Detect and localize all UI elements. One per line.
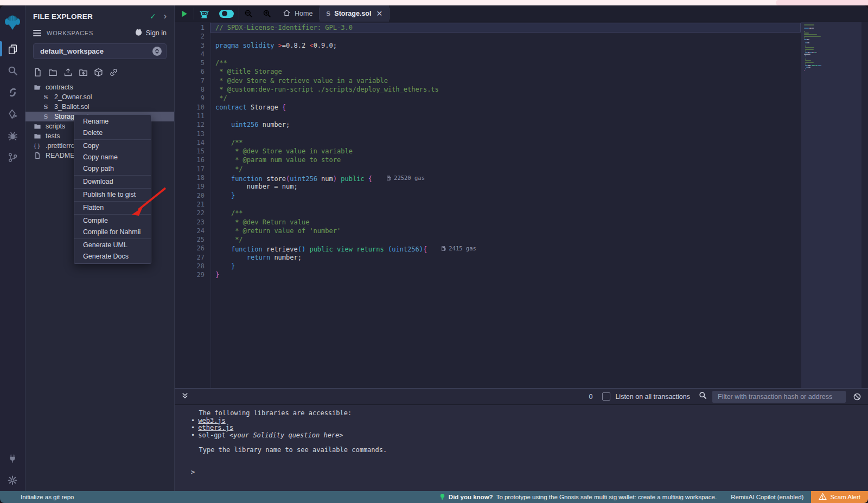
- code-line-18[interactable]: 18 function store(uint256 num) public {2…: [175, 173, 801, 182]
- line-number: 29: [175, 270, 205, 279]
- tab-storage-sol[interactable]: S Storage.sol ✕: [320, 5, 389, 22]
- init-git-repo-button[interactable]: Initialize as git repo: [21, 494, 74, 500]
- code-line-22[interactable]: 22 /**: [175, 209, 801, 217]
- code-line-14[interactable]: 14 /**: [175, 138, 801, 147]
- editor-minimap[interactable]: [801, 22, 861, 388]
- code-line-16[interactable]: 16 * @param num value to store: [175, 156, 801, 164]
- solidity-compiler-icon[interactable]: [0, 81, 25, 103]
- github-icon: [135, 28, 143, 38]
- upload-folder-icon[interactable]: [79, 68, 88, 77]
- tree-item-label: 3_Ballot.sol: [54, 103, 90, 111]
- terminal-prompt[interactable]: >: [191, 469, 868, 476]
- expand-terminal-icon[interactable]: [181, 392, 189, 402]
- file-icon: [33, 152, 41, 159]
- workspace-switch-icon[interactable]: [152, 47, 162, 56]
- debugger-icon[interactable]: [0, 125, 25, 146]
- line-number: 9: [175, 94, 205, 102]
- code-line-27[interactable]: 27 return number;: [175, 253, 801, 262]
- context-menu-item-rename[interactable]: Rename: [74, 116, 151, 127]
- tree-item-contracts[interactable]: contracts: [25, 82, 174, 92]
- git-icon[interactable]: [0, 146, 25, 168]
- line-number: 18: [175, 173, 205, 182]
- context-menu-item-compile-for-nahmii[interactable]: Compile for Nahmii: [74, 227, 151, 238]
- tree-item-2-owner-sol[interactable]: S2_Owner.sol: [25, 92, 174, 102]
- code-line-21[interactable]: 21: [175, 200, 801, 209]
- context-menu-item-compile[interactable]: Compile: [74, 215, 151, 227]
- clear-console-icon[interactable]: [853, 392, 861, 401]
- context-menu-item-flatten[interactable]: Flatten: [74, 202, 151, 214]
- sign-in-button[interactable]: Sign in: [135, 28, 167, 38]
- workspace-menu-icon[interactable]: [33, 28, 41, 38]
- upload-file-icon[interactable]: [63, 68, 73, 77]
- code-line-25[interactable]: 25 */: [175, 235, 801, 244]
- tree-item-3-ballot-sol[interactable]: S3_Ballot.sol: [25, 102, 174, 112]
- home-icon: [283, 9, 291, 18]
- run-script-button[interactable]: [175, 5, 194, 22]
- context-menu-item-copy-path[interactable]: Copy path: [74, 163, 151, 175]
- line-number: 22: [175, 209, 205, 217]
- search-icon[interactable]: [0, 60, 25, 81]
- context-menu-item-copy[interactable]: Copy: [74, 140, 151, 152]
- zoom-in-icon[interactable]: [258, 5, 276, 22]
- code-line-2[interactable]: 2: [175, 32, 801, 41]
- check-icon[interactable]: ✓: [150, 12, 156, 21]
- copilot-toggle[interactable]: [214, 5, 239, 22]
- remix-logo-icon[interactable]: [0, 7, 25, 38]
- code-line-19[interactable]: 19 number = num;: [175, 182, 801, 191]
- code-line-3[interactable]: 3pragma solidity >=0.8.2 <0.9.0;: [175, 41, 801, 50]
- code-line-8[interactable]: 8 * @custom:dev-run-script ./scripts/dep…: [175, 85, 801, 94]
- code-line-24[interactable]: 24 * @return value of 'number': [175, 227, 801, 235]
- context-menu-item-copy-name[interactable]: Copy name: [74, 152, 151, 163]
- code-line-5[interactable]: 5/**: [175, 59, 801, 67]
- transaction-filter-input[interactable]: [712, 391, 846, 403]
- code-line-26[interactable]: 26 function retrieve() public view retur…: [175, 244, 801, 253]
- code-line-10[interactable]: 10contract Storage {: [175, 103, 801, 112]
- code-line-13[interactable]: 13: [175, 130, 801, 138]
- code-line-12[interactable]: 12 uint256 number;: [175, 120, 801, 129]
- code-line-11[interactable]: 11: [175, 112, 801, 120]
- code-line-4[interactable]: 4: [175, 50, 801, 59]
- status-bar: Initialize as git repo Did you know? To …: [0, 491, 868, 503]
- tab-home[interactable]: Home: [276, 5, 319, 22]
- code-line-28[interactable]: 28 }: [175, 262, 801, 270]
- remixai-copilot-icon[interactable]: [194, 5, 214, 22]
- context-menu-item-generate-docs[interactable]: Generate Docs: [74, 251, 151, 262]
- close-tab-icon[interactable]: ✕: [376, 9, 382, 18]
- line-number: 2: [175, 32, 205, 41]
- settings-icon[interactable]: [0, 469, 25, 491]
- code-line-20[interactable]: 20 }: [175, 191, 801, 200]
- code-line-6[interactable]: 6 * @title Storage: [175, 67, 801, 76]
- new-folder-icon[interactable]: [48, 68, 58, 77]
- file-explorer-icon[interactable]: [0, 38, 25, 60]
- code-line-29[interactable]: 29}: [175, 270, 801, 279]
- code-editor[interactable]: 1// SPDX-License-Identifier: GPL-3.023pr…: [175, 22, 868, 388]
- scam-alert-button[interactable]: Scam Alert: [811, 491, 868, 503]
- code-line-17[interactable]: 17 */: [175, 165, 801, 173]
- terminal-link[interactable]: web3.js: [198, 417, 226, 424]
- listen-all-transactions-checkbox[interactable]: [602, 392, 610, 401]
- box-icon[interactable]: [94, 68, 103, 77]
- context-menu-item-download[interactable]: Download: [74, 176, 151, 188]
- line-number: 24: [175, 227, 205, 235]
- code-line-1[interactable]: 1// SPDX-License-Identifier: GPL-3.0: [175, 23, 801, 32]
- zoom-out-icon[interactable]: [239, 5, 258, 22]
- code-line-9[interactable]: 9 */: [175, 94, 801, 102]
- context-menu-item-delete[interactable]: Delete: [74, 127, 151, 139]
- deploy-run-icon[interactable]: [0, 103, 25, 125]
- code-line-15[interactable]: 15 * @dev Store value in variable: [175, 147, 801, 156]
- editor-scrollbar-gutter[interactable]: [861, 22, 868, 388]
- warning-icon: [819, 493, 827, 501]
- workspace-selector[interactable]: default_workspace: [33, 43, 167, 59]
- new-file-icon[interactable]: [33, 68, 42, 77]
- icon-rail: [0, 5, 25, 491]
- terminal-line: •sol-gpt <your Solidity question here>: [191, 432, 868, 440]
- terminal-output[interactable]: The following libraries are accessible:•…: [175, 405, 868, 491]
- context-menu-item-publish-file-to-gist[interactable]: Publish file to gist: [74, 189, 151, 201]
- code-line-23[interactable]: 23 * @dev Return value: [175, 218, 801, 227]
- plugin-manager-icon[interactable]: [0, 448, 25, 469]
- code-line-7[interactable]: 7 * @dev Store & retrieve value in a var…: [175, 76, 801, 85]
- chevron-right-icon[interactable]: ›: [164, 14, 167, 19]
- link-icon[interactable]: [109, 68, 118, 77]
- terminal-link[interactable]: ethers.js: [198, 424, 233, 431]
- context-menu-item-generate-uml[interactable]: Generate UML: [74, 240, 151, 251]
